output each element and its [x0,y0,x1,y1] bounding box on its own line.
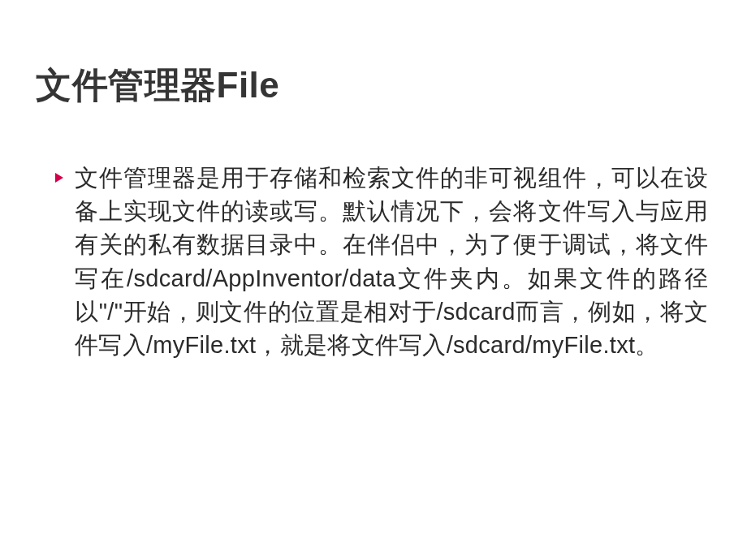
content-area: 文件管理器是用于存储和检索文件的非可视组件，可以在设备上实现文件的读或写。默认情… [0,110,747,362]
bullet-marker-icon [55,162,67,183]
bullet-item: 文件管理器是用于存储和检索文件的非可视组件，可以在设备上实现文件的读或写。默认情… [55,162,708,362]
slide-title: 文件管理器File [0,0,747,110]
body-text: 文件管理器是用于存储和检索文件的非可视组件，可以在设备上实现文件的读或写。默认情… [75,162,708,362]
